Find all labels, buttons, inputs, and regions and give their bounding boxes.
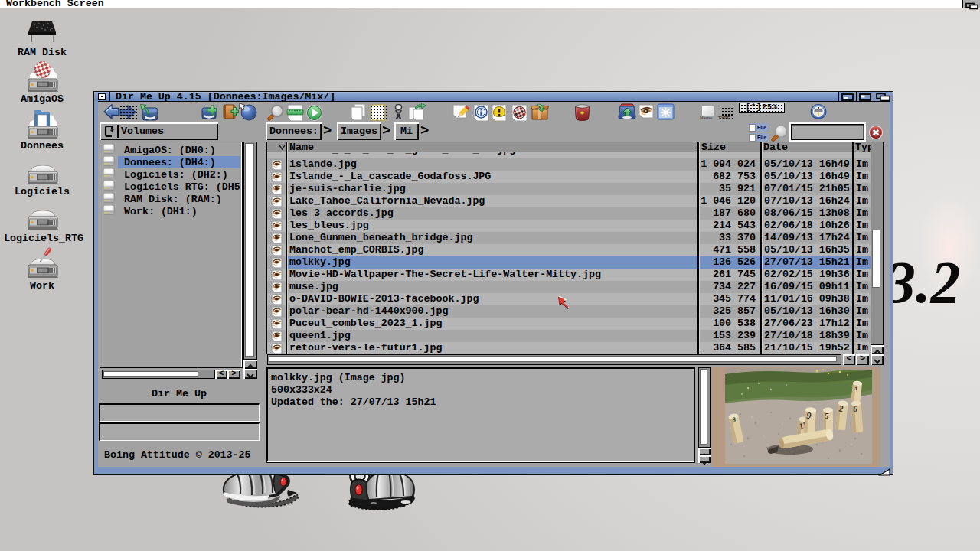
svg-text:9: 9 <box>806 410 812 421</box>
svg-text:5: 5 <box>825 411 829 420</box>
